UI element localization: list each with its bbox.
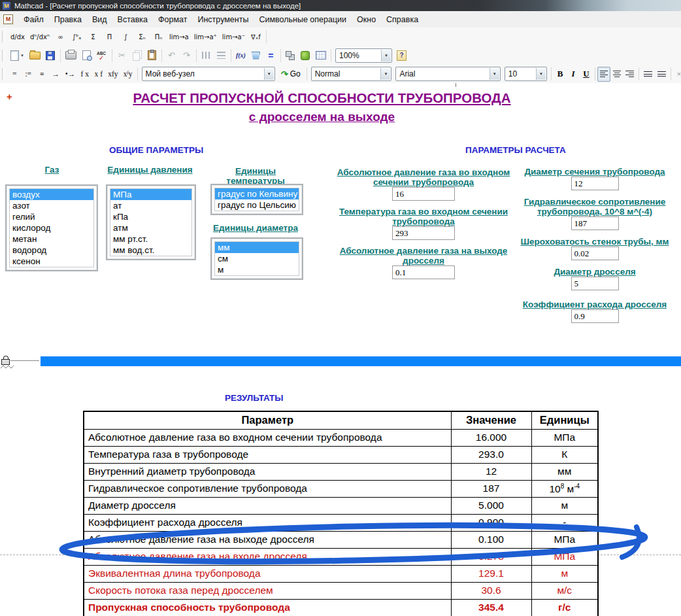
nth-derivative-icon[interactable]: dⁿ/dxⁿ [27,29,52,44]
assign-op-icon[interactable]: := [22,67,35,82]
list-item[interactable]: см [215,253,299,264]
zoom-select[interactable]: 100% ▼ [335,48,392,63]
font-combobox[interactable]: Arial ▼ [395,67,500,81]
style-combobox[interactable]: Normal ▼ [311,67,392,81]
insert-function-button[interactable]: f(x) [233,48,248,63]
list-item[interactable]: ат [110,200,191,211]
gradient-icon[interactable]: ∇ₓf [248,29,264,44]
list-item[interactable]: градус по Кельвину [215,188,299,199]
align-left-button[interactable] [597,67,610,82]
diameter-units-listbox[interactable]: ммсмм [210,237,303,280]
limit-icon[interactable]: lim→a [167,29,191,44]
menu-item[interactable]: Символьные операции [254,13,352,26]
paste-button[interactable] [144,48,159,63]
list-item[interactable]: атм [110,222,191,233]
lock-icon[interactable] [1,356,10,364]
redo-button[interactable]: ↷ [179,48,194,63]
global-assign-op-icon[interactable]: ≡ [35,67,49,82]
new-button[interactable]: ▼ [8,48,27,63]
menu-item[interactable]: Правка [49,13,87,26]
limit-left-icon[interactable]: lim→a⁻ [220,29,248,44]
menu-item[interactable]: Вставка [112,13,153,26]
list-item[interactable]: азот [10,200,93,211]
data-component-button[interactable] [298,48,313,63]
chevron-down-icon[interactable]: ▼ [381,50,391,61]
list-item[interactable]: метан [10,233,93,245]
menu-item[interactable]: Вид [87,13,112,26]
list-item[interactable]: м [215,264,299,275]
chevron-down-icon[interactable]: ▼ [380,68,390,80]
value-input[interactable] [571,177,619,190]
infix-op-icon[interactable]: xfy [105,67,120,82]
product-icon[interactable]: Πₙ [150,29,167,44]
symbolic-eval-op-icon[interactable]: → [49,67,63,82]
list-item[interactable]: градус по Цельсию [215,199,299,211]
align-regions-across-button[interactable] [199,48,214,63]
product-limits-icon[interactable]: Π [101,29,118,44]
web-site-combobox[interactable]: Мой веб-узел ▼ [142,67,275,81]
list-item[interactable]: кислород [10,222,93,233]
menu-item[interactable]: Файл [18,13,49,26]
chevron-down-icon[interactable]: ▼ [490,68,499,80]
insert-unit-button[interactable] [248,48,263,63]
list-item[interactable]: гелий [10,211,93,222]
align-right-button[interactable] [623,67,637,82]
value-input[interactable] [392,265,455,279]
value-input[interactable] [392,187,455,201]
value-input[interactable] [571,216,619,230]
definite-integral-icon[interactable]: ∫ᵇₐ [69,29,85,44]
value-input[interactable] [571,277,619,290]
cut-button[interactable]: ✂ [114,48,129,63]
font-size-combobox[interactable]: 10 ▼ [505,67,547,81]
title-bar[interactable]: M Mathcad - [Расчет пропускной способнос… [0,0,681,11]
copy-button[interactable] [129,48,144,63]
treefix-op-icon[interactable]: xᶠy [121,67,135,82]
list-item[interactable]: мм [215,242,299,253]
menu-item[interactable]: Окно [352,13,381,26]
worksheet[interactable]: + РАСЧЕТ ПРОПУСКНОЙ СПОСОБНОСТИ ТРУБОПРО… [0,83,681,616]
value-input[interactable] [392,226,455,240]
toolbar-grip[interactable] [2,50,5,61]
undo-button[interactable]: ↶ [164,48,179,63]
list-item[interactable]: мм вод.ст. [110,245,191,256]
component-wizard-button[interactable] [283,48,298,63]
print-button[interactable] [63,48,79,63]
function-op-icon[interactable]: f x [78,67,91,82]
close-icon[interactable]: × [677,70,681,78]
pressure-units-listbox[interactable]: МПааткПаатммм рт.ст.мм вод.ст. [106,184,196,260]
list-item[interactable]: ксенон [10,256,93,267]
menu-item[interactable]: Инструменты [192,13,254,26]
list-item[interactable]: воздух [10,189,93,200]
help-button[interactable]: ? [394,48,409,63]
open-button[interactable] [27,48,43,63]
postfix-op-icon[interactable]: x f [91,67,105,82]
insert-table-button[interactable] [313,48,329,63]
indefinite-integral-icon[interactable]: ∫ [118,29,134,44]
align-center-button[interactable] [610,67,623,82]
save-button[interactable] [43,48,58,63]
print-preview-button[interactable] [79,48,94,63]
menu-item[interactable]: Формат [153,13,192,26]
toolbar-grip[interactable] [2,68,5,80]
gas-listbox[interactable]: воздухазотгелийкислородметанводородксено… [5,184,98,271]
bold-button[interactable]: B [554,67,567,82]
spell-check-button[interactable]: ABC✓ [94,48,110,63]
list-item[interactable]: мм рт.ст. [110,233,191,245]
locked-area-bar[interactable] [41,356,681,366]
toolbar-grip[interactable] [2,31,5,43]
derivative-icon[interactable]: d/dx [8,29,27,44]
value-input[interactable] [571,309,619,323]
summation-icon[interactable]: Σₙ [134,29,150,44]
list-item[interactable]: кПа [110,211,191,222]
underline-button[interactable]: U [580,67,593,82]
numbered-list-button[interactable] [655,67,669,82]
chevron-down-icon[interactable]: ▼ [264,68,274,80]
go-button[interactable]: ↷ Go [277,67,305,81]
list-item[interactable]: МПа [110,189,191,200]
menu-item[interactable]: Справка [381,13,424,26]
summation-limits-icon[interactable]: Σ [85,29,101,44]
infinity-icon[interactable]: ∞ [52,29,69,44]
limit-right-icon[interactable]: lim→a⁺ [191,29,220,44]
temperature-units-listbox[interactable]: градус по Кельвинуградус по Цельсию [210,184,303,215]
align-regions-down-button[interactable] [214,48,229,63]
